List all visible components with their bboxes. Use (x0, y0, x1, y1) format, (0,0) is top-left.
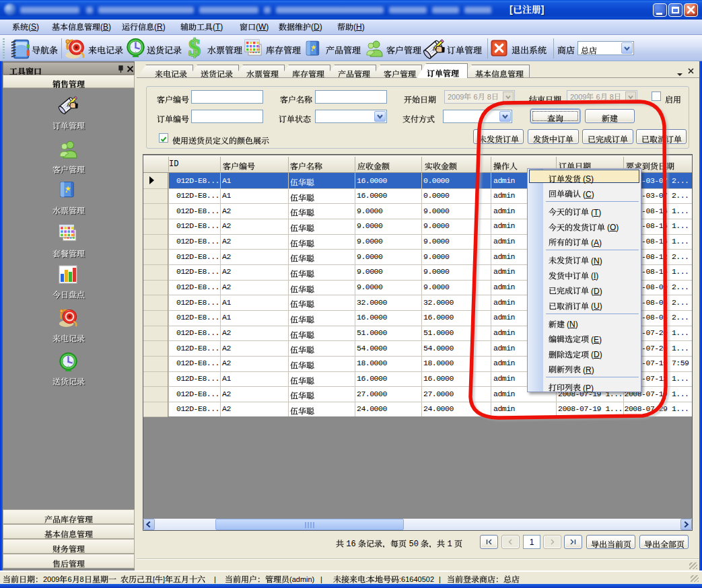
svg-text:$: $ (188, 36, 201, 59)
